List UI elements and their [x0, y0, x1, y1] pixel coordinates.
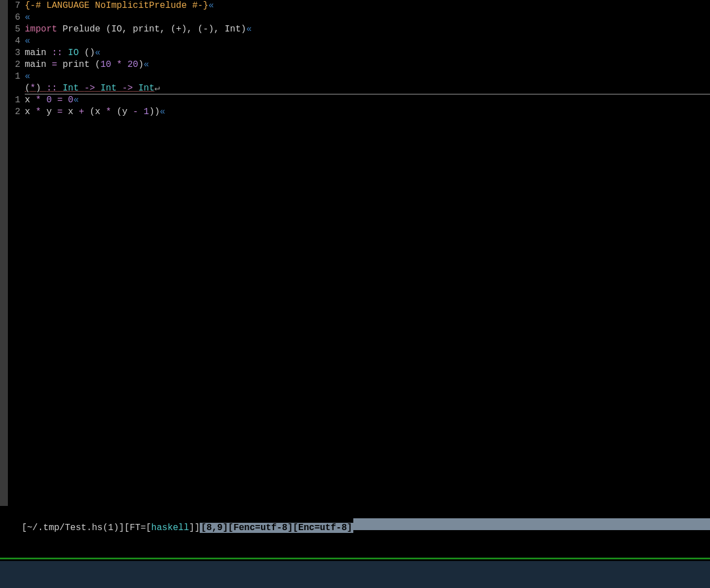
- empty-line-marker: ~: [0, 342, 710, 354]
- eol-marker: «: [73, 95, 79, 105]
- code-content[interactable]: main :: IO ()«: [25, 47, 710, 59]
- code-content[interactable]: «: [25, 71, 710, 83]
- empty-line-marker: ~: [0, 130, 710, 142]
- empty-line-marker: ~: [0, 331, 710, 342]
- eol-marker: «: [160, 107, 165, 117]
- empty-line-marker: ~: [0, 142, 710, 153]
- empty-line-marker: ~: [0, 354, 710, 366]
- code-content[interactable]: x * 0 = 0«: [25, 94, 710, 106]
- empty-line-marker: ~: [0, 319, 710, 331]
- empty-line-marker: ~: [0, 224, 710, 236]
- code-line[interactable]: 8(*) :: Int -> Int -> Int↵: [0, 83, 710, 94]
- code-line[interactable]: 4«: [0, 35, 710, 47]
- separator-bar: [0, 558, 710, 559]
- code-content[interactable]: main = print (10 * 20)«: [25, 59, 710, 71]
- empty-line-marker: ~: [0, 236, 710, 248]
- empty-line-marker: ~: [0, 201, 710, 212]
- empty-line-marker: ~: [0, 283, 710, 295]
- eol-marker: «: [25, 12, 30, 22]
- code-line[interactable]: 7{-# LANGUAGE NoImplicitPrelude #-}«: [0, 0, 710, 12]
- code-line[interactable]: 6«: [0, 12, 710, 24]
- eol-marker: «: [95, 48, 101, 58]
- status-filetype: haskell: [151, 523, 189, 533]
- status-file: [~/.tmp/Test.hs(1)]: [21, 523, 124, 533]
- code-line[interactable]: 3main :: IO ()«: [0, 47, 710, 59]
- empty-line-marker: ~: [0, 295, 710, 307]
- code-content[interactable]: (*) :: Int -> Int -> Int↵: [25, 83, 710, 94]
- sign-column: [0, 0, 8, 506]
- empty-line-marker: ~: [0, 260, 710, 272]
- status-position: [8,9][Fenc=utf-8][Enc=utf-8]: [200, 523, 353, 533]
- empty-line-marker: ~: [0, 307, 710, 319]
- code-lines[interactable]: 7{-# LANGUAGE NoImplicitPrelude #-}«6«5i…: [0, 0, 710, 118]
- empty-line-marker: ~: [0, 472, 710, 484]
- code-content[interactable]: «: [25, 12, 710, 24]
- empty-line-marker: ~: [0, 189, 710, 201]
- empty-line-marker: ~: [0, 460, 710, 472]
- code-line[interactable]: 1x * 0 = 0«: [0, 94, 710, 106]
- bottom-panel: [0, 561, 710, 588]
- code-line[interactable]: 2main = print (10 * 20)«: [0, 59, 710, 71]
- empty-line-marker: ~: [0, 248, 710, 260]
- eol-marker: «: [25, 71, 30, 82]
- empty-line-marker: ~: [0, 272, 710, 283]
- empty-line-marker: ~: [0, 449, 710, 460]
- eol-marker: «: [208, 1, 214, 11]
- status-fill: [353, 518, 710, 530]
- empty-line-marker: ~: [0, 153, 710, 165]
- status-ft-open: [FT=[: [124, 523, 151, 533]
- empty-line-marker: ~: [0, 390, 710, 401]
- status-ft-close: ]]: [189, 523, 200, 533]
- empty-line-marker: ~: [0, 401, 710, 413]
- eol-marker: ↵: [155, 83, 160, 93]
- code-content[interactable]: x * y = x + (x * (y - 1))«: [25, 106, 710, 118]
- code-line[interactable]: 1«: [0, 71, 710, 83]
- editor-area[interactable]: 7{-# LANGUAGE NoImplicitPrelude #-}«6«5i…: [0, 0, 710, 588]
- empty-line-marker: ~: [0, 212, 710, 224]
- empty-line-marker: ~: [0, 413, 710, 425]
- code-content[interactable]: import Prelude (IO, print, (+), (-), Int…: [25, 24, 710, 35]
- status-line: [~/.tmp/Test.hs(1)][FT=[haskell]][8,9][F…: [0, 506, 710, 518]
- eol-marker: «: [143, 60, 149, 70]
- code-content[interactable]: {-# LANGUAGE NoImplicitPrelude #-}«: [25, 0, 710, 12]
- code-line[interactable]: 5import Prelude (IO, print, (+), (-), In…: [0, 24, 710, 35]
- code-content[interactable]: «: [25, 35, 710, 47]
- empty-line-marker: ~: [0, 378, 710, 390]
- empty-lines: ~~~~~~~~~~~~~~~~~~~~~~~~~~~~~~~: [0, 118, 710, 484]
- empty-line-marker: ~: [0, 177, 710, 189]
- empty-line-marker: ~: [0, 165, 710, 177]
- empty-line-marker: ~: [0, 118, 710, 130]
- empty-line-marker: ~: [0, 437, 710, 449]
- eol-marker: «: [246, 24, 252, 34]
- code-line[interactable]: 2x * y = x + (x * (y - 1))«: [0, 106, 710, 118]
- eol-marker: «: [25, 36, 30, 46]
- empty-line-marker: ~: [0, 425, 710, 437]
- empty-line-marker: ~: [0, 366, 710, 378]
